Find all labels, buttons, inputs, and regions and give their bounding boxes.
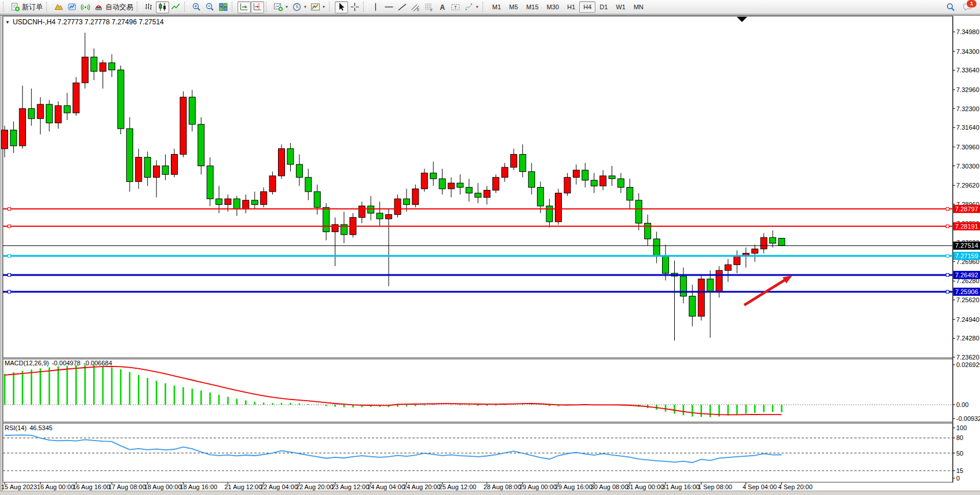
line-handle[interactable] xyxy=(8,290,11,293)
timeframe-m1-button[interactable]: M1 xyxy=(488,1,505,13)
vertical-line-button[interactable] xyxy=(369,1,382,13)
candle-body xyxy=(73,83,79,113)
line-handle[interactable] xyxy=(8,207,11,210)
candle-body xyxy=(323,207,330,232)
rsi-tick-label: 80 xyxy=(956,434,963,441)
chart-shift-button[interactable] xyxy=(251,1,264,13)
line-handle[interactable] xyxy=(8,273,11,276)
candle-body xyxy=(216,199,222,204)
trendline-button[interactable] xyxy=(396,1,409,13)
chart-shift-icon xyxy=(253,2,262,12)
price-tick-label: 7.34300 xyxy=(956,48,979,55)
line-handle[interactable] xyxy=(946,273,949,276)
line-handle[interactable] xyxy=(946,207,949,210)
chevron-down-icon[interactable]: ▼ xyxy=(476,5,479,9)
line-handle[interactable] xyxy=(946,225,949,228)
candle-body xyxy=(225,199,231,204)
time-tick-label: 23 Aug 12:00 xyxy=(332,483,370,490)
line-handle[interactable] xyxy=(8,254,11,257)
chevron-down-icon[interactable]: ▼ xyxy=(322,5,326,9)
toolbar-group-grip[interactable] xyxy=(482,2,487,12)
candles-icon xyxy=(158,2,167,12)
cursor-button[interactable] xyxy=(335,1,348,13)
toolbar-group-grip[interactable] xyxy=(46,2,51,12)
text-label-button[interactable]: T xyxy=(449,1,462,13)
signals-button[interactable] xyxy=(79,1,92,13)
horizontal-line-button[interactable] xyxy=(382,1,396,13)
candle-body xyxy=(10,130,17,146)
candle-body xyxy=(591,180,597,186)
toolbar-group-grip[interactable] xyxy=(184,2,189,12)
toolbar-group-grip[interactable] xyxy=(266,2,270,12)
candle-body xyxy=(493,177,499,190)
collapse-triangle-icon[interactable]: ▼ xyxy=(5,20,10,25)
text-icon: A xyxy=(437,2,447,12)
search-button[interactable] xyxy=(944,1,957,13)
bar-chart-mode-button[interactable] xyxy=(142,1,156,13)
candle-body xyxy=(448,183,455,189)
candle-body xyxy=(457,183,463,187)
zoom-out-button[interactable] xyxy=(203,1,217,13)
candle-body xyxy=(475,193,481,197)
zoom-in-button[interactable] xyxy=(190,1,203,13)
line-handle[interactable] xyxy=(946,290,949,293)
chart-canvas[interactable]: 7.349807.343007.336407.329607.323007.316… xyxy=(0,0,980,495)
line-handle[interactable] xyxy=(946,254,949,257)
periods-button[interactable]: ▼ xyxy=(290,1,309,13)
candle-body xyxy=(663,256,669,273)
toolbar: 新订单自动交易▼▼▼EFAT▼M1M5M15M30H1H4D1W1MN1 xyxy=(0,0,980,14)
time-tick-label: 22 Aug 20:00 xyxy=(296,483,334,490)
toolbar-group-grip[interactable] xyxy=(232,2,236,12)
svg-text:7.25906: 7.25906 xyxy=(955,288,978,295)
line-chart-mode-button[interactable] xyxy=(169,1,182,13)
timeframe-m15-button[interactable]: M15 xyxy=(522,1,542,13)
svg-text:F: F xyxy=(430,8,433,12)
indicators-icon xyxy=(273,2,283,12)
notifications-button[interactable]: 1 xyxy=(961,1,974,13)
text-button[interactable]: A xyxy=(436,1,449,13)
candle-body xyxy=(770,237,776,243)
text-label-icon: T xyxy=(451,2,460,12)
timeframe-h4-button[interactable]: H4 xyxy=(579,1,595,13)
line-handle[interactable] xyxy=(8,225,11,228)
templates-button[interactable]: ▼ xyxy=(309,1,327,13)
timeframe-d1-button[interactable]: D1 xyxy=(595,1,612,13)
fibonacci-button[interactable]: F xyxy=(422,1,436,13)
tile-windows-button[interactable] xyxy=(217,1,230,13)
timeframe-mn-button[interactable]: MN xyxy=(630,1,648,13)
price-tick-label: 7.31640 xyxy=(956,124,979,131)
timeframe-m30-button[interactable]: M30 xyxy=(543,1,563,13)
timeframe-w1-button[interactable]: W1 xyxy=(612,1,630,13)
chevron-down-icon[interactable]: ▼ xyxy=(285,5,288,9)
auto-scroll-icon xyxy=(239,2,249,12)
toolbar-group-grip[interactable] xyxy=(3,2,8,12)
candle-body xyxy=(752,249,758,253)
crosshair-button[interactable] xyxy=(348,1,361,13)
timeframe-m5-button[interactable]: M5 xyxy=(505,1,522,13)
candle-body xyxy=(627,188,633,200)
arrows-button[interactable]: ▼ xyxy=(462,1,481,13)
timeframe-h1-button[interactable]: H1 xyxy=(563,1,579,13)
candle-body xyxy=(653,239,660,256)
time-axis[interactable]: 15 Aug 202316 Aug 00:0016 Aug 16:0017 Au… xyxy=(1,482,813,490)
toolbar-group-grip[interactable] xyxy=(329,2,334,12)
time-tick-label: 30 Aug 08:00 xyxy=(591,483,628,490)
toolbar-group-grip[interactable] xyxy=(137,2,141,12)
candle-body xyxy=(368,206,374,213)
equidistant-channel-button[interactable]: E xyxy=(409,1,422,13)
price-label-7.27159: 7.27159 xyxy=(953,252,980,260)
vline-icon xyxy=(371,2,381,12)
indicators-button[interactable]: ▼ xyxy=(272,1,290,13)
chevron-down-icon[interactable]: ▼ xyxy=(303,5,307,9)
line-icon xyxy=(171,2,181,12)
candle-body xyxy=(394,199,401,214)
candle-body xyxy=(233,199,240,208)
toolbar-group-grip[interactable] xyxy=(363,2,368,12)
candle-body xyxy=(510,155,517,167)
new-order-button[interactable]: 新订单 xyxy=(9,1,45,13)
auto-scroll-button[interactable] xyxy=(237,1,251,13)
autotrading-button[interactable]: 自动交易 xyxy=(92,1,135,13)
candle-chart-mode-button[interactable] xyxy=(156,1,169,13)
profiles-button[interactable] xyxy=(52,1,65,13)
market-watch-button[interactable] xyxy=(65,1,79,13)
